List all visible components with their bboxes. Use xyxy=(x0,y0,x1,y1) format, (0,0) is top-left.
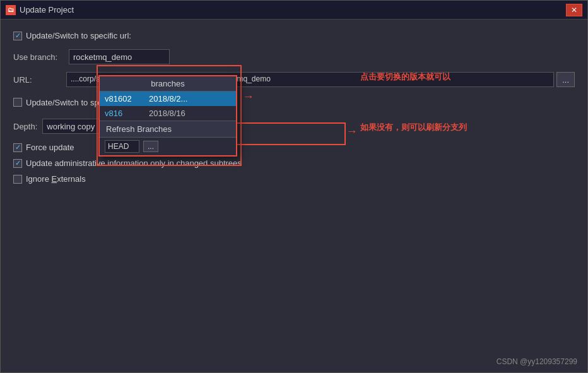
branch-date-1: 2018/8/16 xyxy=(149,109,185,118)
branch-label: Use branch: xyxy=(13,52,64,62)
branch-item-0[interactable]: v81602 2018/8/2... xyxy=(100,92,236,106)
admin-info-label[interactable]: Update administrative information only i… xyxy=(13,158,242,168)
url-row: URL: ....corp/svn/posidorv816 mq_demo/tr… xyxy=(13,72,575,87)
url-label: URL: xyxy=(13,75,64,85)
branches-dropdown: branches v81602 2018/8/2... v816 2018/8/… xyxy=(98,75,237,157)
update-url-row: Update/Switch to specific url: xyxy=(13,31,575,40)
revision-row: Update/Switch to specific revision: ... xyxy=(13,95,575,110)
update-project-window: 🗂 Update Project ✕ Update/Switch to spec… xyxy=(0,0,588,373)
depth-row: Depth: working copy xyxy=(13,119,575,134)
admin-info-text: Update administrative information only i… xyxy=(26,158,242,168)
branch-name-0: v81602 xyxy=(105,94,143,104)
depth-label: Depth: xyxy=(13,122,37,131)
branch-item-1[interactable]: v816 2018/8/16 xyxy=(100,106,236,121)
dropdown-revision-input[interactable] xyxy=(105,140,139,153)
branch-row: Use branch: xyxy=(13,49,575,64)
update-url-label: Update/Switch to specific url: xyxy=(26,31,131,40)
url-browse-button[interactable]: ... xyxy=(556,72,575,87)
admin-info-row: Update administrative information only i… xyxy=(13,158,575,168)
refresh-branches-button[interactable]: Refresh Branches xyxy=(100,121,236,137)
annotation-text-1: 点击要切换的版本就可以 xyxy=(360,71,450,83)
force-update-label[interactable]: Force update xyxy=(13,143,74,152)
app-icon: 🗂 xyxy=(6,5,16,15)
ignore-externals-row: Ignore Externals xyxy=(13,174,575,184)
watermark: CSDN @yy1209357299 xyxy=(497,357,577,366)
ignore-externals-checkbox[interactable] xyxy=(13,175,22,184)
ignore-externals-label[interactable]: Ignore Externals xyxy=(13,174,86,184)
close-button[interactable]: ✕ xyxy=(566,4,582,16)
dropdown-revision-row: ... xyxy=(100,137,236,155)
revision-checkbox[interactable] xyxy=(13,98,22,107)
force-update-checkbox[interactable] xyxy=(13,143,22,152)
dropdown-revision-browse[interactable]: ... xyxy=(143,141,158,152)
force-update-row: Force update xyxy=(13,143,575,152)
form-content: Update/Switch to specific url: Use branc… xyxy=(1,20,587,372)
admin-info-checkbox[interactable] xyxy=(13,159,22,168)
force-update-text: Force update xyxy=(26,143,74,152)
titlebar-left: 🗂 Update Project xyxy=(6,5,74,15)
branch-name-1: v816 xyxy=(105,109,143,118)
ignore-externals-text: Ignore Externals xyxy=(26,174,86,184)
titlebar: 🗂 Update Project ✕ xyxy=(1,1,587,20)
update-url-checkbox[interactable] xyxy=(13,32,22,40)
refresh-label: Refresh Branches xyxy=(106,124,172,134)
dropdown-header: branches xyxy=(100,76,236,92)
update-url-checkbox-label[interactable]: Update/Switch to specific url: xyxy=(13,31,131,40)
branch-date-0: 2018/8/2... xyxy=(149,94,187,104)
window-title: Update Project xyxy=(20,5,74,15)
annotation-text-2: 如果没有，则可以刷新分支列 xyxy=(360,122,467,133)
branch-input[interactable] xyxy=(69,49,170,64)
